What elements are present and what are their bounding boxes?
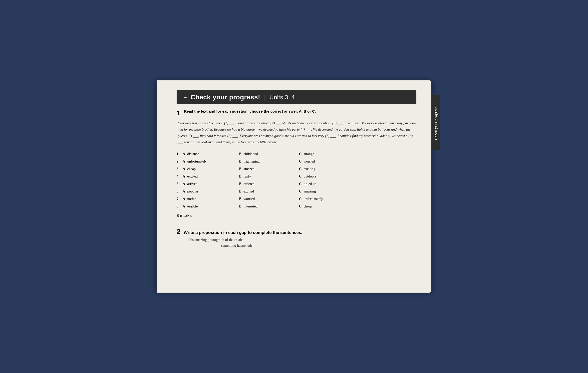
ans-letter-4a: A: [183, 173, 185, 180]
ans-letter-5b: B: [239, 181, 242, 187]
ans-text-3a: cheap: [187, 166, 196, 172]
ans-text-4b: reply: [244, 173, 251, 180]
ans-letter-7a: A: [183, 195, 185, 202]
ans-num-3: 3: [177, 166, 181, 172]
answer-row-3b: B amazed: [239, 166, 294, 172]
ans-num-4: 4: [177, 173, 181, 180]
ans-letter-6a: A: [183, 188, 185, 194]
side-tab: Check your progress!: [431, 95, 440, 150]
ans-letter-8c: C: [299, 203, 301, 209]
answer-row-3a: 3 A cheap: [177, 166, 234, 172]
section1-instruction: 1 Read the text and for each question, c…: [177, 109, 416, 117]
section2-sub2: something happened?: [177, 243, 416, 248]
answer-row-7a: 7 A notice: [177, 195, 234, 202]
answer-row-2b: B frightening: [239, 158, 294, 165]
ans-letter-6b: B: [239, 188, 242, 194]
ans-text-4c: outdoors: [303, 173, 316, 180]
ans-num-1: 1: [177, 151, 181, 157]
ans-text-6b: excited: [244, 188, 254, 194]
reading-text: Everyone has stories from their (1) ___.…: [177, 120, 416, 146]
ans-letter-2c: C: [299, 158, 301, 165]
ans-letter-3b: B: [239, 166, 242, 172]
answers-col3: C strange C worried C exciting C outdoor…: [299, 151, 354, 210]
section1-marks: 8 marks: [177, 213, 416, 218]
answer-row-7b: B worried: [239, 195, 294, 202]
ans-text-7c: unfortunately: [303, 195, 323, 202]
answer-row-6c: C amazing: [299, 188, 354, 194]
answer-row-6a: 6 A popular: [177, 188, 234, 194]
answer-row-8c: C cheap: [299, 203, 354, 209]
answer-row-5b: B ordered: [239, 181, 294, 187]
ans-text-6c: amazing: [303, 188, 316, 194]
section2-sub2-text: [177, 243, 220, 247]
ans-text-1c: strange: [303, 151, 314, 157]
answer-row-1b: B childhood: [239, 151, 294, 157]
header-title: Check your progress!: [191, 93, 260, 101]
section1-instruction-text: Read the text and for each question, cho…: [184, 109, 316, 113]
section2-instruction: 2 Write a preposition in each gap to com…: [177, 228, 416, 236]
ans-letter-2a: A: [183, 158, 185, 165]
answer-row-4a: 4 A excited: [177, 173, 234, 180]
ans-text-5b: ordered: [244, 181, 255, 187]
ans-text-6a: popular: [187, 188, 198, 194]
side-tab-label: Check your progress!: [434, 105, 438, 140]
ans-text-3c: exciting: [303, 166, 315, 172]
section2: 2 Write a preposition in each gap to com…: [177, 228, 416, 248]
ans-text-8c: cheap: [303, 203, 312, 209]
answer-row-1c: C strange: [299, 151, 354, 157]
ans-letter-3c: C: [299, 166, 301, 172]
ans-num-6: 6: [177, 188, 181, 194]
answer-row-2c: C worried: [299, 158, 354, 165]
section-divider: [177, 225, 416, 225]
answer-row-5a: 5 A arrived: [177, 181, 234, 187]
ans-letter-5a: A: [183, 181, 185, 187]
ans-num-2: 2: [177, 158, 181, 165]
ans-text-1b: childhood: [244, 151, 258, 157]
ans-letter-7b: B: [239, 195, 242, 202]
ans-letter-6c: C: [299, 188, 301, 194]
ans-text-8b: interested: [244, 203, 258, 209]
ans-text-4a: excited: [187, 173, 198, 180]
ans-text-5c: tidied up: [303, 181, 316, 187]
reading-text-content: Everyone has stories from their (1) ___.…: [178, 121, 416, 144]
section2-number: 2: [177, 228, 181, 235]
answers-col2: B childhood B frightening B amazed B rep…: [239, 151, 294, 210]
ans-letter-8a: A: [183, 203, 185, 209]
ans-letter-1b: B: [239, 151, 242, 157]
ans-letter-3a: A: [183, 166, 185, 172]
section2-sub1: this amazing photograph of the castle.: [177, 238, 416, 242]
ans-letter-1c: C: [299, 151, 301, 157]
answers-col1: 1 A distance 2 A unfortunately 3 A cheap…: [177, 151, 234, 210]
book-page: Check your progress! ← Check your progre…: [157, 80, 431, 293]
ans-text-7b: worried: [244, 195, 255, 202]
ans-letter-1a: A: [183, 151, 185, 157]
answer-row-6b: B excited: [239, 188, 294, 194]
answer-row-2a: 2 A unfortunately: [177, 158, 234, 165]
ans-text-7a: notice: [187, 195, 196, 202]
header-units: Units 3–4: [270, 94, 295, 101]
section2-sub1-text: [177, 238, 188, 242]
answers-grid: 1 A distance 2 A unfortunately 3 A cheap…: [177, 151, 416, 210]
back-arrow-icon: ←: [183, 94, 188, 100]
answer-row-4b: B reply: [239, 173, 294, 180]
ans-text-3b: amazed: [244, 166, 255, 172]
ans-letter-7c: C: [299, 195, 301, 202]
section2-sub2-label: something happened?: [221, 243, 253, 247]
section1-number: 1: [177, 109, 181, 117]
ans-text-2b: frightening: [244, 158, 260, 165]
header-bar: ← Check your progress! | Units 3–4: [177, 90, 416, 104]
answer-row-1a: 1 A distance: [177, 151, 234, 157]
answer-row-4c: C outdoors: [299, 173, 354, 180]
ans-text-8a: terrible: [187, 203, 198, 209]
ans-num-8: 8: [177, 203, 181, 209]
ans-text-2a: unfortunately: [187, 158, 207, 165]
ans-text-5a: arrived: [187, 181, 197, 187]
answer-row-3c: C exciting: [299, 166, 354, 172]
ans-text-1a: distance: [187, 151, 199, 157]
ans-letter-2b: B: [239, 158, 242, 165]
ans-num-7: 7: [177, 195, 181, 202]
answer-row-5c: C tidied up: [299, 181, 354, 187]
ans-num-5: 5: [177, 181, 181, 187]
ans-letter-4b: B: [239, 173, 242, 180]
answer-row-7c: C unfortunately: [299, 195, 354, 202]
